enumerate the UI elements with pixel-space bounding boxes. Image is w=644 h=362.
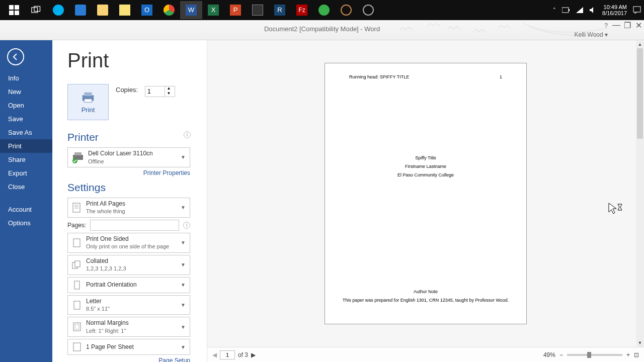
nav-save[interactable]: Save <box>0 112 52 126</box>
zoom-in-button[interactable]: + <box>626 351 630 358</box>
printer-icon <box>80 91 96 103</box>
app-chrome[interactable] <box>158 1 180 19</box>
nav-account[interactable]: Account <box>0 203 52 216</box>
print-range-select[interactable]: Print All PagesThe whole thing ▼ <box>67 198 190 218</box>
app-revit[interactable]: R <box>269 1 291 19</box>
system-tray: ˄ 10:49 AM 8/16/2017 <box>553 4 641 16</box>
chevron-down-icon: ▼ <box>181 262 187 267</box>
arrow-left-icon <box>12 53 20 61</box>
printer-properties-link[interactable]: Printer Properties <box>67 169 190 176</box>
doc-author: Firstname Lastname <box>325 162 526 171</box>
taskbar: O W X P R Fz ˄ 10:49 AM 8/16/2017 <box>0 0 644 20</box>
zoom-percent: 49% <box>543 351 555 358</box>
app-dreamweaver[interactable] <box>313 1 335 19</box>
print-settings-panel: Print Print Copies: ▲▼ i Printer <box>52 40 207 362</box>
app-paint[interactable] <box>335 1 357 19</box>
tray-chevron-icon[interactable]: ˄ <box>553 7 556 14</box>
paper-size-select[interactable]: Letter8.5" x 11" ▼ <box>67 295 190 315</box>
zoom-slider[interactable] <box>567 354 622 356</box>
svg-rect-3 <box>15 11 19 15</box>
minimize-button[interactable]: — <box>612 21 621 29</box>
back-button[interactable] <box>7 48 24 65</box>
svg-rect-19 <box>73 239 80 247</box>
nav-info[interactable]: Info <box>0 71 52 85</box>
collate-icon <box>71 259 83 271</box>
scroll-down-icon[interactable]: ▼ <box>636 339 644 347</box>
print-button[interactable]: Print <box>67 84 109 120</box>
nav-options[interactable]: Options <box>0 216 52 230</box>
print-heading: Print <box>67 49 207 72</box>
start-button[interactable] <box>3 1 25 19</box>
copies-stepper[interactable]: ▲▼ <box>145 86 175 97</box>
app-notes[interactable] <box>114 1 136 19</box>
sides-select[interactable]: Print One SidedOnly print on one side of… <box>67 233 190 253</box>
action-center-icon[interactable] <box>633 6 641 14</box>
margins-icon <box>71 321 83 333</box>
nav-print[interactable]: Print <box>0 139 52 153</box>
next-page-button[interactable]: ▶ <box>251 351 256 358</box>
close-button[interactable]: ✕ <box>634 21 643 29</box>
app-calc[interactable] <box>247 1 269 19</box>
window-title: Document2 [Compatibility Mode] - Word <box>264 25 380 33</box>
svg-rect-21 <box>75 261 80 267</box>
app-obs[interactable] <box>357 1 379 19</box>
margins-select[interactable]: Normal MarginsLeft: 1" Right: 1" ▼ <box>67 317 190 337</box>
chevron-down-icon: ▼ <box>181 302 187 308</box>
user-menu[interactable]: Kelli Wood ▾ <box>575 31 608 38</box>
nav-share[interactable]: Share <box>0 153 52 166</box>
nav-new[interactable]: New <box>0 85 52 99</box>
chevron-down-icon: ▼ <box>181 324 187 330</box>
printer-name: Dell Color Laser 3110cn <box>88 150 181 158</box>
page-preview: Running head: SPIFFY TITLE 1 Spiffy Titl… <box>325 63 527 324</box>
nav-export[interactable]: Export <box>0 166 52 180</box>
chevron-down-icon: ▼ <box>181 282 187 288</box>
windows-icon <box>9 5 19 15</box>
copies-input[interactable] <box>145 87 165 96</box>
app-skype[interactable] <box>47 1 69 19</box>
clock[interactable]: 10:49 AM 8/16/2017 <box>602 4 627 16</box>
volume-icon[interactable] <box>589 7 596 14</box>
battery-icon[interactable] <box>562 7 570 13</box>
pages-per-sheet-select[interactable]: 1 Page Per Sheet ▼ <box>67 339 190 355</box>
scroll-thumb[interactable] <box>637 48 643 139</box>
app-outlook[interactable]: O <box>136 1 158 19</box>
collate-select[interactable]: Collated1,2,3 1,2,3 1,2,3 ▼ <box>67 255 190 275</box>
doc-title: Spiffy Title <box>325 154 526 162</box>
page-input[interactable] <box>220 350 235 359</box>
scroll-up-icon[interactable]: ▲ <box>636 40 644 48</box>
zoom-out-button[interactable]: − <box>559 351 563 358</box>
svg-rect-0 <box>9 5 14 10</box>
settings-heading: Settings <box>67 182 207 194</box>
chevron-down-icon: ▼ <box>181 344 187 350</box>
app-explorer[interactable] <box>92 1 114 19</box>
help-icon[interactable]: ? <box>604 22 608 29</box>
svg-rect-10 <box>85 92 92 96</box>
network-icon[interactable] <box>576 7 583 13</box>
printer-info-icon[interactable]: i <box>184 131 191 138</box>
svg-rect-26 <box>73 343 80 351</box>
pages-hint-icon[interactable]: i <box>183 222 190 229</box>
svg-rect-2 <box>9 11 14 15</box>
app-ie[interactable] <box>69 1 92 19</box>
preview-scrollbar[interactable]: ▲ ▼ <box>636 40 644 347</box>
zoom-fit-icon[interactable]: ⊡ <box>634 351 639 358</box>
app-excel[interactable]: X <box>202 1 224 19</box>
printer-select[interactable]: Dell Color Laser 3110cn Offline ▼ <box>67 147 190 167</box>
pages-input[interactable] <box>90 220 179 231</box>
title-bar: Document2 [Compatibility Mode] - Word ? … <box>0 20 644 40</box>
app-word[interactable]: W <box>180 1 202 19</box>
copies-down[interactable]: ▼ <box>165 92 173 97</box>
task-view-icon <box>31 5 41 15</box>
task-view-button[interactable] <box>25 1 47 19</box>
orientation-select[interactable]: Portrait Orientation ▼ <box>67 277 190 293</box>
page-setup-link[interactable]: Page Setup <box>67 357 190 362</box>
nav-open[interactable]: Open <box>0 99 52 112</box>
prev-page-button[interactable]: ◀ <box>212 351 217 358</box>
svg-rect-7 <box>569 9 570 11</box>
page-number: 1 <box>500 74 502 79</box>
nav-save-as[interactable]: Save As <box>0 126 52 139</box>
app-filezilla[interactable]: Fz <box>291 1 313 19</box>
restore-button[interactable]: ❐ <box>623 21 632 29</box>
app-powerpoint[interactable]: P <box>224 1 247 19</box>
nav-close[interactable]: Close <box>0 180 52 194</box>
